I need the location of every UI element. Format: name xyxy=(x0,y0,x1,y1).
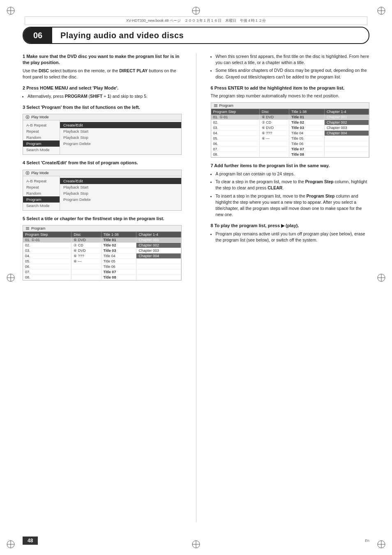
prog2-row2-chapter: Chapter 002 xyxy=(324,120,369,125)
prog2-header-disc: Disc xyxy=(259,109,289,115)
prog1-header-disc: Disc xyxy=(71,232,101,237)
svg-rect-29 xyxy=(26,228,29,229)
prog1-row6-step: 06. xyxy=(23,264,71,269)
menu2-content: A-B Repeat Repeat Random Program Search … xyxy=(23,176,181,210)
menu2-create-edit: Create/Edit xyxy=(60,178,181,184)
svg-rect-32 xyxy=(214,106,217,106)
prog1-row1-chapter: Chapter 001 xyxy=(136,237,181,243)
step1-body: Use the DISC select buttons on the remot… xyxy=(23,68,182,80)
prog1-row6-disc xyxy=(71,264,101,269)
step7-heading: 7 Add further items to the program list … xyxy=(211,163,370,169)
prog2-row1-step: 01. ①-01 xyxy=(211,115,260,120)
svg-rect-30 xyxy=(26,229,29,230)
menu1-playback-start: Playback Start xyxy=(60,128,181,134)
prog1-header-chapter: Chapter 1-4 xyxy=(136,232,181,237)
table-row: 01. ①-01 ⑥ DVD Title 01 Chapter 001 xyxy=(211,115,369,120)
prog2-header-title: Title 1-38 xyxy=(289,109,325,115)
table-row: 04. ⑥ ??? Title 04 Chapter 004 xyxy=(23,253,181,259)
step6-body: The program step number automatically mo… xyxy=(211,93,370,99)
svg-rect-31 xyxy=(214,104,217,105)
chapter-header: 06 Playing audio and video discs xyxy=(23,27,369,44)
prog2-row6-title: Title 06 xyxy=(289,141,325,147)
prog1-row2-step: 02. xyxy=(23,243,71,248)
reg-mark-bl xyxy=(6,540,15,549)
table-row: 04. ⑥ ??? Title 04 Chapter 004 xyxy=(211,131,369,136)
meta-bar: XV-HDT330_new.book 48 ページ ２００３年１月１６日 木曜日… xyxy=(25,16,367,25)
menu2-program: Program xyxy=(23,196,60,203)
menu1-program-delete: Program Delete xyxy=(60,140,181,147)
meta-text: XV-HDT330_new.book 48 ページ ２００３年１月１６日 木曜日… xyxy=(126,18,266,23)
prog2-row3-step: 03. xyxy=(211,125,260,131)
program-table-1: Program Program Step Disc Title 1-38 Cha… xyxy=(23,225,182,281)
reg-mark-br xyxy=(377,540,386,549)
step7-bullet3: To insert a step in the program list, mo… xyxy=(216,193,370,218)
step7-bullet1: A program list can contain up to 24 step… xyxy=(216,171,370,177)
menu1-program: Program xyxy=(23,140,60,147)
prog1-header-title: Title 1-38 xyxy=(101,232,136,237)
right-bullet-1: When this screen first appears, the firs… xyxy=(216,53,370,66)
prog2-row5-disc: ⑥ --- xyxy=(259,136,289,141)
prog1-title-bar: Program xyxy=(23,226,181,232)
chapter-title: Playing audio and video discs xyxy=(52,31,184,40)
prog1-row7-chapter xyxy=(136,269,181,275)
step7-bullets: A program list can contain up to 24 step… xyxy=(216,171,370,218)
menu1-create-edit: Create/Edit xyxy=(60,122,181,128)
reg-mark-tm xyxy=(191,6,201,15)
prog1-title: Program xyxy=(31,226,46,230)
menu2-random: Random xyxy=(23,190,60,196)
prog2-row5-chapter xyxy=(324,136,369,141)
prog2-row4-step: 04. xyxy=(211,131,260,136)
table-row: 08. Title 08 xyxy=(23,275,181,280)
program-icon-2 xyxy=(214,104,218,108)
menu2-playback-stop: Playback Stop xyxy=(60,190,181,196)
prog1-row2-disc: ② CD xyxy=(71,243,101,248)
prog2-table: Program Step Disc Title 1-38 Chapter 1-4… xyxy=(211,109,369,157)
prog1-row4-title: Title 04 xyxy=(101,253,136,259)
menu1-random: Random xyxy=(23,134,60,140)
play-mode-icon-2 xyxy=(25,171,30,175)
prog2-title-bar: Program xyxy=(211,103,369,109)
step8-bullets: Program play remains active until you tu… xyxy=(216,231,370,243)
table-row: 02. ② CD Title 02 Chapter 002 xyxy=(23,243,181,248)
reg-mark-lm xyxy=(6,273,15,282)
prog2-row4-chapter: Chapter 004 xyxy=(324,131,369,136)
left-column: 1 Make sure that the DVD disc you want t… xyxy=(23,53,184,522)
prog2-row5-step: 05. xyxy=(211,136,260,141)
prog1-row8-step: 08. xyxy=(23,275,71,280)
prog1-row1-disc: ⑥ DVD xyxy=(71,237,101,243)
content-area: 1 Make sure that the DVD disc you want t… xyxy=(23,53,369,522)
prog2-header-step: Program Step xyxy=(211,109,260,115)
prog1-row5-step: 05. xyxy=(23,259,71,264)
step6-heading: 6 Press ENTER to add the highlighted ite… xyxy=(211,85,370,91)
prog1-row1-step: 01. ①-01 xyxy=(23,237,71,243)
prog1-row3-disc: ⑥ DVD xyxy=(71,248,101,253)
prog1-row5-disc: ⑥ --- xyxy=(71,259,101,264)
prog2-row4-title: Title 04 xyxy=(289,131,325,136)
table-row: 08. Title 08 xyxy=(211,152,369,157)
table-row: 03. ⑥ DVD Title 03 Chapter 003 xyxy=(23,248,181,253)
table-row: 01. ①-01 ⑥ DVD Title 01 Chapter 001 xyxy=(23,237,181,243)
menu2-title: Play Mode xyxy=(31,171,49,175)
menu2-title-bar: Play Mode xyxy=(23,170,181,176)
step5-heading: 5 Select a title or chapter for the firs… xyxy=(23,216,182,222)
right-bullet-2: Some titles and/or chapters of DVD discs… xyxy=(216,67,370,80)
prog2-row7-disc xyxy=(259,147,289,152)
prog1-row7-step: 07. xyxy=(23,269,71,275)
menu1-left: A-B Repeat Repeat Random Program Search … xyxy=(23,120,60,154)
prog2-title: Program xyxy=(219,104,234,108)
prog1-row8-chapter xyxy=(136,275,181,280)
table-row: 06. Title 06 xyxy=(23,264,181,269)
menu2-left: A-B Repeat Repeat Random Program Search … xyxy=(23,176,60,210)
reg-mark-rm xyxy=(377,273,386,282)
prog1-row6-chapter xyxy=(136,264,181,269)
prog2-row1-title: Title 01 xyxy=(289,115,325,120)
menu1-search: Search Mode xyxy=(23,147,60,153)
menu-screenshot-2: Play Mode A-B Repeat Repeat Random Progr… xyxy=(23,170,182,211)
reg-mark-tl xyxy=(6,6,15,15)
table-row: 06. Title 06 xyxy=(211,141,369,147)
prog2-row5-title: Title 05 xyxy=(289,136,325,141)
menu2-playback-start: Playback Start xyxy=(60,184,181,190)
prog2-row7-chapter xyxy=(324,147,369,152)
svg-rect-28 xyxy=(26,227,29,228)
menu1-repeat: Repeat xyxy=(23,128,60,134)
